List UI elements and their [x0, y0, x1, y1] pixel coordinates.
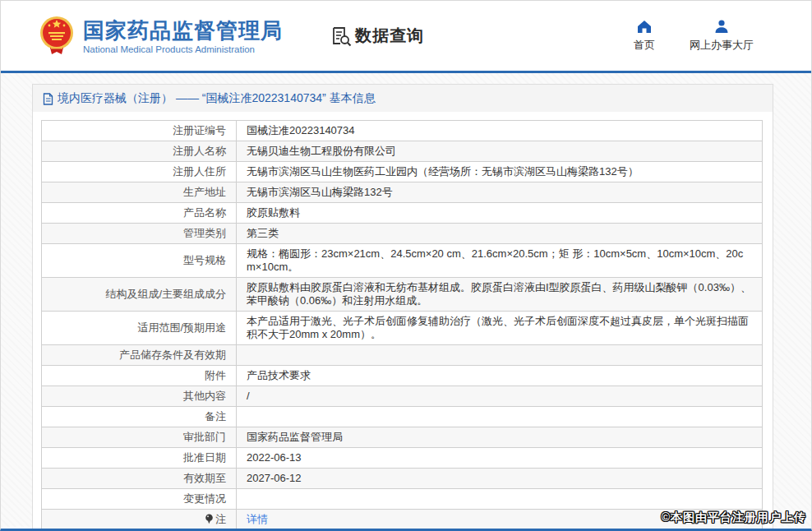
registration-info-table: 注册证编号国械注准20223140734注册人名称无锡贝迪生物工程股份有限公司注…: [41, 120, 763, 530]
table-row: 注册人名称无锡贝迪生物工程股份有限公司: [42, 141, 763, 162]
row-value: [237, 345, 763, 366]
row-label: 注: [42, 510, 237, 530]
breadcrumb-text: 境内医疗器械（注册） —— “国械注准20223140734” 基本信息: [58, 91, 376, 106]
row-label: 适用范围/预期用途: [42, 312, 237, 345]
row-value: 国家药品监督管理局: [237, 427, 763, 448]
breadcrumb: 境内医疗器械（注册） —— “国械注准20223140734” 基本信息: [33, 85, 773, 112]
row-value: [237, 489, 763, 510]
logo-text: 国家药品监督管理局 National Medical Products Admi…: [83, 18, 283, 54]
row-value: 胶原贴敷料由胶原蛋白溶液和无纺布基材组成。胶原蛋白溶液由I型胶原蛋白、药用级山梨…: [237, 278, 763, 312]
table-row: 结构及组成/主要组成成分胶原贴敷料由胶原蛋白溶液和无纺布基材组成。胶原蛋白溶液由…: [42, 278, 763, 312]
row-label: 变更情况: [42, 489, 237, 510]
table-row: 批准日期2022-06-13: [42, 448, 763, 469]
row-label: 结构及组成/主要组成成分: [42, 278, 237, 312]
page: 国家药品监督管理局 National Medical Products Admi…: [0, 0, 812, 531]
table-row: 型号规格规格：椭圆形：23cm×21cm、24.5cm×20 cm、21.6cm…: [42, 244, 763, 278]
row-value: 产品技术要求: [237, 366, 763, 386]
row-label: 注册人住所: [42, 162, 237, 182]
document-search-icon: [330, 25, 352, 47]
row-value: [237, 407, 763, 427]
row-label: 管理类别: [42, 224, 237, 244]
row-label: 其他内容: [42, 386, 237, 407]
detail-link[interactable]: 详情: [247, 513, 268, 525]
table-row: 备注: [42, 407, 763, 427]
national-emblem-icon: [39, 16, 75, 57]
row-value: 2022-06-13: [237, 448, 763, 469]
nav-service-hall[interactable]: 网上办事大厅: [690, 19, 754, 53]
table-row: 其他内容/: [42, 386, 763, 407]
table-row: 有效期至2027-06-12: [42, 469, 763, 489]
logo-title: 国家药品监督管理局: [83, 18, 283, 43]
row-value: /: [237, 386, 763, 407]
row-label: 批准日期: [42, 448, 237, 469]
row-value: 2027-06-12: [237, 469, 763, 489]
nav-home-label: 首页: [634, 38, 655, 53]
header: 国家药品监督管理局 National Medical Products Admi…: [1, 1, 811, 73]
row-value: 无锡贝迪生物工程股份有限公司: [237, 141, 763, 162]
table-row: 注册人住所无锡市滨湖区马山生物医药工业园内（经营场所：无锡市滨湖区马山梅梁路13…: [42, 162, 763, 182]
watermark-text: ©本图由平台注册用户上传: [662, 510, 806, 525]
row-label: 生产地址: [42, 182, 237, 203]
table-row: 适用范围/预期用途本产品适用于激光、光子术后创面修复辅助治疗（激光、光子术后创面…: [42, 312, 763, 345]
row-value: 无锡市滨湖区马山梅梁路132号: [237, 182, 763, 203]
data-query-entry[interactable]: 数据查询: [330, 25, 424, 47]
user-icon: [713, 19, 730, 34]
table-row: 注详情: [42, 510, 763, 530]
table-row: 注册证编号国械注准20223140734: [42, 121, 763, 141]
nav-home[interactable]: 首页: [634, 19, 655, 53]
main-area: 境内医疗器械（注册） —— “国械注准20223140734” 基本信息 注册证…: [1, 73, 811, 527]
logo-subtitle: National Medical Products Administration: [83, 44, 283, 54]
header-nav: 首页 网上办事大厅: [634, 19, 754, 53]
row-label: 注册证编号: [42, 121, 237, 141]
table-row: 附件产品技术要求: [42, 366, 763, 386]
nav-service-hall-label: 网上办事大厅: [690, 38, 754, 53]
table-row: 管理类别第三类: [42, 224, 763, 244]
row-value: 胶原贴敷料: [237, 203, 763, 224]
nmpa-logo[interactable]: 国家药品监督管理局 National Medical Products Admi…: [39, 16, 283, 57]
row-label: 型号规格: [42, 244, 237, 278]
row-label: 产品名称: [42, 203, 237, 224]
row-value: 无锡市滨湖区马山生物医药工业园内（经营场所：无锡市滨湖区马山梅梁路132号）: [237, 162, 763, 182]
table-row: 产品名称胶原贴敷料: [42, 203, 763, 224]
row-value: 规格：椭圆形：23cm×21cm、24.5cm×20 cm、21.6cm×20.…: [237, 244, 763, 278]
row-value: 本产品适用于激光、光子术后创面修复辅助治疗（激光、光子术后创面深度不超过真皮层，…: [237, 312, 763, 345]
document-icon: [43, 93, 53, 105]
home-icon: [636, 19, 653, 34]
note-icon: [205, 514, 214, 524]
table-row: 审批部门国家药品监督管理局: [42, 427, 763, 448]
row-label: 有效期至: [42, 469, 237, 489]
table-row: 产品储存条件及有效期: [42, 345, 763, 366]
row-label: 附件: [42, 366, 237, 386]
row-label: 备注: [42, 407, 237, 427]
content-box: 境内医疗器械（注册） —— “国械注准20223140734” 基本信息 注册证…: [32, 84, 773, 531]
table-row: 变更情况: [42, 489, 763, 510]
info-table-body: 注册证编号国械注准20223140734注册人名称无锡贝迪生物工程股份有限公司注…: [42, 121, 763, 530]
row-value: 国械注准20223140734: [237, 121, 763, 141]
row-label: 产品储存条件及有效期: [42, 345, 237, 366]
data-query-label: 数据查询: [355, 25, 424, 47]
row-value: 第三类: [237, 224, 763, 244]
row-label: 注册人名称: [42, 141, 237, 162]
row-label: 审批部门: [42, 427, 237, 448]
table-row: 生产地址无锡市滨湖区马山梅梁路132号: [42, 182, 763, 203]
